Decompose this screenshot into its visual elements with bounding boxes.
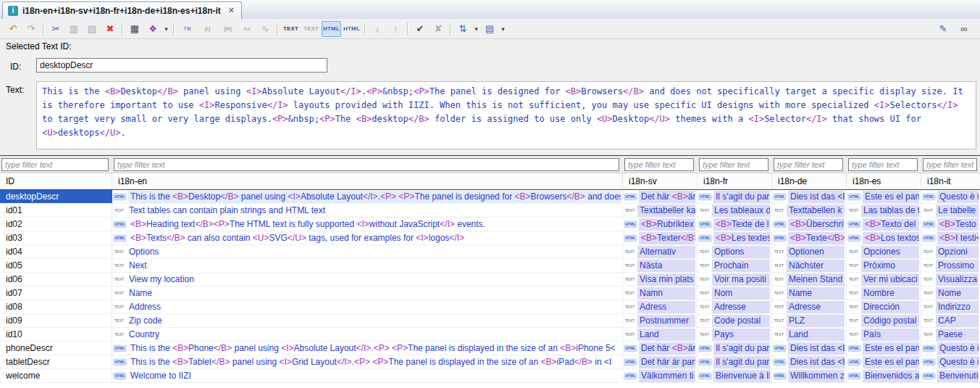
move-up-icon[interactable]: ↑ [387, 21, 404, 37]
cell-it[interactable]: HTMLQuesto è il [921, 355, 980, 368]
filter-input-i18n-sv[interactable] [624, 158, 694, 171]
row-id[interactable]: id08 [0, 300, 112, 313]
filter-input-i18n-es[interactable] [848, 158, 918, 171]
cell-de[interactable]: TEXTAdresse [772, 300, 847, 313]
cell-sv[interactable]: HTML<B>Rubriktex [623, 218, 698, 231]
cell-de[interactable]: TEXTPLZ [772, 314, 847, 327]
cell-sv[interactable]: HTMLVälkommen ti [623, 369, 698, 382]
row-id[interactable]: welcome [0, 369, 112, 382]
cell-fr[interactable]: TEXTNom [698, 286, 772, 300]
cell-en[interactable]: HTMLThis is the <B>Desktop</B> panel usi… [112, 190, 623, 203]
edit-note-icon[interactable]: ✎ [934, 21, 952, 37]
cell-it[interactable]: TEXTVisualizza [921, 273, 980, 286]
row-id[interactable]: id05 [0, 259, 112, 272]
cell-de[interactable]: TEXTLand [772, 328, 847, 341]
cancel-icon[interactable]: ✘ [430, 21, 447, 37]
delete-icon[interactable]: ✖ [101, 21, 119, 37]
plain-text-button[interactable]: TEXT [301, 21, 321, 37]
table-browser-icon[interactable]: TB [177, 21, 197, 37]
cell-sv[interactable]: TEXTAlternativ [623, 245, 698, 258]
cell-sv[interactable]: TEXTTexttabeller ka [623, 204, 698, 217]
cell-fr[interactable]: TEXTLes tableaux d [698, 204, 772, 217]
table-row-id03[interactable]: id03HTML<B>Texts</B> can also contain <U… [0, 231, 980, 245]
cell-en[interactable]: TEXTCountry [112, 328, 623, 341]
cell-en[interactable]: TEXTName [112, 286, 623, 300]
cell-de[interactable]: HTMLWillkommen z [772, 369, 847, 382]
cell-fr[interactable]: HTML<B>Les textes [698, 231, 772, 244]
table-row-id06[interactable]: id06TEXTView my locationTEXTVisa min pla… [0, 273, 980, 286]
html-mode-button[interactable]: HTML [322, 21, 341, 37]
cell-it[interactable]: TEXTProssimo [921, 259, 980, 272]
sort-dropdown-icon[interactable]: ▾ [472, 21, 480, 37]
cell-de[interactable]: TEXTNächster [772, 259, 847, 272]
table-row-welcome[interactable]: welcomeHTMLWelcome to IIZIHTMLVälkommen … [0, 369, 980, 383]
column-header-i18n-sv[interactable]: i18n-sv [623, 173, 698, 189]
cell-it[interactable]: TEXTLe tabelle [921, 204, 980, 217]
cell-fr[interactable]: TEXTPays [698, 328, 772, 341]
apply-icon[interactable]: ✔ [411, 21, 429, 37]
cut-icon[interactable]: ✂ [47, 21, 64, 37]
cell-en[interactable]: TEXTAddress [112, 300, 623, 313]
table-icon[interactable]: ▦ [126, 21, 143, 37]
cell-es[interactable]: TEXTOpciones [847, 245, 921, 258]
table-row-phoneDescr[interactable]: phoneDescrHTMLThis is the <B>Phone</B> p… [0, 342, 980, 355]
table-row-tabletDescr[interactable]: tabletDescrHTMLThis is the <B>Tablet</B>… [0, 355, 980, 369]
view-menu-icon[interactable]: ▤ [481, 21, 498, 37]
paste-icon[interactable]: ▨ [83, 21, 101, 37]
cell-en[interactable]: TEXTView my location [112, 273, 623, 286]
editor-tab[interactable]: i i18n-en+i18n-sv+i18n-fr+i18n-de+i18n-e… [2, 1, 242, 19]
cell-sv[interactable]: TEXTAdress [623, 300, 698, 313]
table-row-id04[interactable]: id04TEXTOptionsTEXTAlternativTEXTOptions… [0, 245, 980, 259]
cell-it[interactable]: TEXTIndirizzo [921, 300, 980, 313]
cell-en[interactable]: HTMLWelcome to IIZI [112, 369, 623, 382]
cell-sv[interactable]: HTMLDet här är pan [623, 355, 698, 368]
id-input[interactable] [36, 58, 327, 73]
reading-glasses-icon[interactable]: ∞ [955, 21, 973, 37]
row-id[interactable]: tabletDescr [0, 355, 112, 368]
cell-de[interactable]: TEXTName [772, 286, 847, 300]
table-row-id08[interactable]: id08TEXTAddressTEXTAdressTEXTAdresseTEXT… [0, 300, 980, 314]
row-id[interactable]: id03 [0, 231, 112, 244]
cell-es[interactable]: TEXTPróximo [847, 259, 921, 272]
row-id[interactable]: phoneDescr [0, 342, 112, 355]
cell-sv[interactable]: TEXTVisa min plats [623, 273, 698, 286]
cell-fr[interactable]: TEXTAdresse [698, 300, 772, 313]
cell-sv[interactable]: TEXTPostnummer [623, 314, 698, 327]
cell-sv[interactable]: TEXTLand [623, 328, 698, 341]
table-row-id01[interactable]: id01TEXTText tables can contain plain st… [0, 204, 980, 218]
cell-fr[interactable]: HTML<B>Texte de l [698, 218, 772, 231]
cell-fr[interactable]: HTMLBienvenue à Il [698, 369, 772, 382]
cell-it[interactable]: HTML<B>I testi< [921, 231, 980, 244]
row-id[interactable]: id06 [0, 273, 112, 286]
cell-en[interactable]: TEXTOptions [112, 245, 623, 258]
cell-de[interactable]: HTMLDies ist das <B [772, 342, 847, 355]
filter-input-i18n-fr[interactable] [699, 158, 768, 171]
cell-fr[interactable]: HTMLIl s'agit du par [698, 190, 772, 203]
filter-input-i18n-it[interactable] [923, 158, 977, 171]
table-row-desktopDescr[interactable]: desktopDescrHTMLThis is the <B>Desktop</… [0, 190, 980, 204]
cell-sv[interactable]: TEXTNamn [623, 286, 698, 300]
cell-es[interactable]: TEXTVer mi ubicaci [847, 273, 921, 286]
cell-de[interactable]: HTMLDies ist das <B [772, 355, 847, 368]
text-editor[interactable]: This is the <B>Desktop</B> panel using <… [36, 81, 976, 149]
row-id[interactable]: id01 [0, 204, 112, 217]
cell-de[interactable]: HTML<B>Überschri [772, 218, 847, 231]
column-header-i18n-it[interactable]: i18n-it [921, 173, 980, 189]
cell-sv[interactable]: HTMLDet här <B>är [623, 190, 698, 203]
table-row-id05[interactable]: id05TEXTNextTEXTNästaTEXTProchainTEXTNäc… [0, 259, 980, 273]
cell-fr[interactable]: HTMLIl s'agit du par [698, 355, 772, 368]
cell-es[interactable]: TEXTLas tablas de t [847, 204, 921, 217]
languages-icon[interactable]: ❖ [144, 21, 162, 37]
cell-es[interactable]: TEXTPaís [847, 328, 921, 341]
cell-it[interactable]: TEXTCAP [921, 314, 980, 327]
cell-fr[interactable]: TEXTCode postal [698, 314, 772, 327]
row-id[interactable]: id02 [0, 218, 112, 231]
cell-es[interactable]: HTMLEste es el pane [847, 355, 921, 368]
cell-en[interactable]: HTMLThis is the <B>Phone</B> panel using… [112, 342, 623, 355]
sort-icon[interactable]: ⇅ [454, 21, 472, 37]
row-id[interactable]: id07 [0, 286, 112, 300]
cell-it[interactable]: TEXTNome [921, 286, 980, 300]
cell-fr[interactable]: TEXTVoir ma positi [698, 273, 772, 286]
column-header-id[interactable]: ID [0, 173, 112, 189]
close-icon[interactable]: ✕ [228, 6, 235, 15]
